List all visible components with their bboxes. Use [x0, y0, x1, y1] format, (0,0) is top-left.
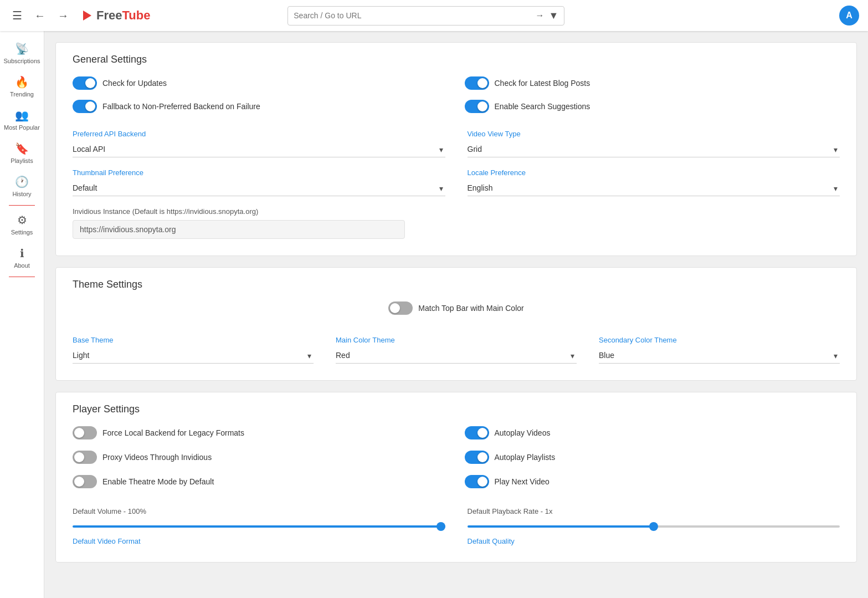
trending-icon: 🔥	[15, 75, 29, 89]
toggle-row-force-local: Force Local Backend for Legacy Formats	[73, 426, 448, 439]
dropdown-secondary-color[interactable]: Blue Red Green Pink	[599, 347, 840, 364]
main-content: General Settings Check for Updates Check…	[44, 31, 868, 598]
search-input[interactable]	[294, 11, 531, 20]
search-bar: → ▼	[287, 6, 564, 25]
sidebar-item-trending[interactable]: 🔥 Trending	[0, 70, 44, 103]
sidebar-item-label: Trending	[10, 91, 34, 98]
sidebar: 📡 Subscriptions 🔥 Trending 👥 Most Popula…	[0, 31, 44, 598]
sidebar-item-label: About	[14, 262, 30, 269]
quality-label-cell: Default Quality	[468, 536, 840, 545]
sidebar-item-most-popular[interactable]: 👥 Most Popular	[0, 103, 44, 136]
theme-center-toggle-row: Match Top Bar with Main Color	[73, 301, 840, 323]
dropdown-wrapper-main-color: Red Blue Green Pink	[336, 347, 577, 364]
toggle-autoplay-playlists[interactable]	[465, 451, 489, 464]
avatar-button[interactable]: A	[839, 6, 859, 25]
dropdown-group-base-theme: Base Theme Light Dark Black	[73, 336, 314, 364]
dropdown-preferred-api[interactable]: Local API Invidious	[73, 141, 445, 157]
toggle-row-search-suggestions: Enable Search Suggestions	[465, 100, 840, 113]
dropdown-group-main-color: Main Color Theme Red Blue Green Pink	[336, 336, 577, 364]
dropdown-wrapper-base-theme: Light Dark Black	[73, 347, 314, 364]
toggle-label-force-local: Force Local Backend for Legacy Formats	[102, 428, 244, 437]
sidebar-item-playlists[interactable]: 🔖 Playlists	[0, 136, 44, 170]
toggle-force-local[interactable]	[73, 426, 97, 439]
sidebar-item-label: Playlists	[11, 157, 33, 164]
toggle-proxy-invidious[interactable]	[73, 451, 97, 464]
playlists-icon: 🔖	[15, 142, 29, 155]
sliders-grid: Default Volume - 100% Default Playback R…	[73, 507, 840, 528]
history-icon: 🕐	[15, 175, 29, 188]
dropdown-locale[interactable]: English French German Spanish	[468, 180, 840, 196]
dropdown-label-thumbnail: Thumbnail Preference	[73, 168, 445, 177]
toggle-check-blog[interactable]	[465, 76, 489, 90]
dropdown-group-locale: Locale Preference English French German …	[468, 168, 840, 196]
toggle-label-fallback: Fallback to Non-Preferred Backend on Fai…	[102, 102, 260, 111]
svg-rect-1	[80, 9, 83, 22]
sidebar-item-subscriptions[interactable]: 📡 Subscriptions	[0, 37, 44, 70]
search-arrow-button[interactable]: →	[535, 11, 544, 21]
player-settings-section: Player Settings Force Local Backend for …	[55, 392, 857, 563]
toggle-label-theatre-mode: Enable Theatre Mode by Default	[102, 477, 214, 486]
volume-label: Default Volume - 100%	[73, 507, 445, 515]
toggle-row-match-topbar: Match Top Bar with Main Color	[388, 301, 523, 315]
dropdown-main-color[interactable]: Red Blue Green Pink	[336, 347, 577, 364]
sidebar-divider-1	[9, 205, 35, 206]
sidebar-item-label: Subscriptions	[3, 58, 40, 64]
format-quality-grid: Default Video Format Default Quality	[73, 536, 840, 545]
dropdown-video-view[interactable]: Grid List	[468, 141, 840, 157]
logo-text: FreeTube	[96, 8, 150, 23]
toggle-search-suggestions[interactable]	[465, 100, 489, 113]
sidebar-divider-2	[9, 277, 35, 277]
toggle-label-check-updates: Check for Updates	[102, 79, 167, 88]
toggle-row-autoplay-playlists: Autoplay Playlists	[465, 451, 840, 464]
logo[interactable]: FreeTube	[78, 7, 150, 24]
general-settings-section: General Settings Check for Updates Check…	[55, 42, 857, 256]
logo-icon	[78, 7, 94, 24]
topbar: ☰ ← → FreeTube → ▼ A	[0, 0, 868, 31]
toggle-autoplay-videos[interactable]	[465, 426, 489, 439]
sidebar-item-settings[interactable]: ⚙ Settings	[0, 208, 44, 241]
volume-slider[interactable]	[73, 525, 445, 528]
toggle-label-autoplay-playlists: Autoplay Playlists	[495, 453, 556, 462]
topbar-left: ☰ ← → FreeTube	[9, 6, 150, 25]
toggle-label-search-suggestions: Enable Search Suggestions	[495, 102, 590, 111]
toggle-row-theatre-mode: Enable Theatre Mode by Default	[73, 475, 448, 488]
dropdown-base-theme[interactable]: Light Dark Black	[73, 347, 314, 364]
menu-button[interactable]: ☰	[9, 6, 25, 25]
toggle-fallback[interactable]	[73, 100, 97, 113]
dropdown-label-locale: Locale Preference	[468, 168, 840, 177]
back-button[interactable]: ←	[31, 6, 49, 25]
toggle-play-next[interactable]	[465, 475, 489, 488]
instance-input[interactable]	[73, 220, 405, 239]
playback-label: Default Playback Rate - 1x	[468, 507, 840, 515]
toggle-check-updates[interactable]	[73, 76, 97, 90]
dropdown-thumbnail[interactable]: Default Begin Middle End	[73, 180, 445, 196]
general-toggles-grid: Check for Updates Check for Latest Blog …	[73, 76, 840, 121]
volume-slider-container: Default Volume - 100%	[73, 507, 445, 528]
dropdown-wrapper-locale: English French German Spanish	[468, 180, 840, 196]
toggle-row-proxy-invidious: Proxy Videos Through Invidious	[73, 451, 448, 464]
sidebar-item-about[interactable]: ℹ About	[0, 241, 44, 274]
dropdown-wrapper-preferred-api: Local API Invidious	[73, 141, 445, 157]
toggle-label-check-blog: Check for Latest Blog Posts	[495, 79, 590, 88]
about-icon: ℹ	[20, 247, 24, 260]
forward-button[interactable]: →	[54, 6, 72, 25]
dropdown-label-base-theme: Base Theme	[73, 336, 314, 344]
most-popular-icon: 👥	[15, 109, 29, 122]
filter-button[interactable]: ▼	[548, 10, 558, 22]
dropdown-group-preferred-api: Preferred API Backend Local API Invidiou…	[73, 130, 445, 157]
general-dropdowns-grid: Preferred API Backend Local API Invidiou…	[73, 130, 840, 196]
toggle-label-match-topbar: Match Top Bar with Main Color	[418, 304, 523, 313]
player-toggles-grid: Force Local Backend for Legacy Formats A…	[73, 426, 840, 496]
dropdown-label-preferred-api: Preferred API Backend	[73, 130, 445, 138]
dropdown-wrapper-video-view: Grid List	[468, 141, 840, 157]
toggle-theatre-mode[interactable]	[73, 475, 97, 488]
sidebar-item-history[interactable]: 🕐 History	[0, 170, 44, 203]
playback-slider[interactable]	[468, 525, 840, 528]
dropdown-wrapper-thumbnail: Default Begin Middle End	[73, 180, 445, 196]
toggle-row-check-updates: Check for Updates	[73, 76, 448, 90]
theme-settings-title: Theme Settings	[73, 279, 840, 290]
toggle-match-topbar[interactable]	[388, 301, 413, 315]
toggle-label-proxy-invidious: Proxy Videos Through Invidious	[102, 453, 212, 462]
sidebar-item-label: History	[12, 191, 31, 197]
playback-slider-container: Default Playback Rate - 1x	[468, 507, 840, 528]
